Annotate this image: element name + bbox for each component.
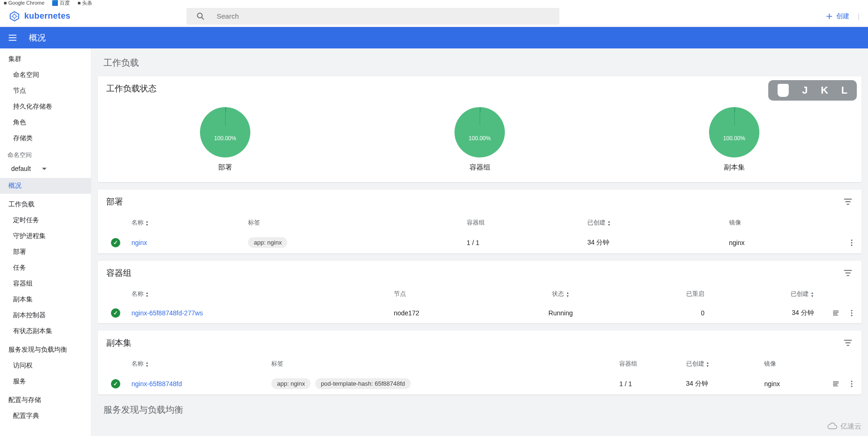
plus-icon [825, 12, 834, 20]
more-icon[interactable] [847, 380, 856, 388]
card-title: 副本集 [106, 337, 843, 348]
col-image[interactable]: 镜像 [723, 214, 834, 232]
nav-statefulsets[interactable]: 有状态副本集 [0, 323, 91, 339]
cell-image: nginx [758, 373, 820, 395]
namespace-select[interactable]: default [0, 162, 91, 178]
sort-icon: ▲▼ [566, 291, 569, 298]
col-name[interactable]: 名称▲▼ [126, 285, 388, 303]
nav-pods[interactable]: 容器组 [0, 276, 91, 292]
brand-text: kubernetes [24, 11, 70, 21]
filter-icon[interactable] [843, 197, 853, 207]
col-pods[interactable]: 容器组 [461, 214, 582, 232]
logs-icon[interactable] [832, 380, 840, 388]
divider: | [858, 13, 868, 20]
nav-header-namespace: 命名空间 [0, 146, 91, 162]
card-title: 工作负载状态 [106, 83, 853, 94]
menu-icon[interactable] [7, 33, 18, 43]
cell-restarts: 0 [617, 303, 710, 323]
create-button[interactable]: 创建 [817, 12, 858, 20]
overlay-key-j[interactable]: J [802, 84, 807, 96]
col-pods[interactable]: 容器组 [613, 355, 680, 373]
card-pods: 容器组 名称▲▼ 节点 状态▲▼ 已重启 已创建▲▼ nginx-65f8874… [98, 261, 861, 323]
main-content: 工作负载 工作负载状态 J K L 100.00% 部署 100.00% 容器组 [91, 48, 868, 436]
bookmark-item[interactable]: ■ Google Chrome [4, 0, 44, 6]
page-title-bar: 概况 [29, 32, 46, 43]
nav-replicasets[interactable]: 副本集 [0, 292, 91, 307]
col-name[interactable]: 名称▲▼ [126, 355, 266, 373]
sort-icon: ▲▼ [607, 220, 611, 226]
brand[interactable]: kubernetes [0, 11, 93, 21]
card-replicasets: 副本集 名称▲▼ 标签 容器组 已创建▲▼ 镜像 nginx-65f88748f… [98, 331, 861, 395]
nav-rc[interactable]: 副本控制器 [0, 307, 91, 323]
col-status[interactable]: 状态▲▼ [504, 285, 617, 303]
nav-ingress[interactable]: 访问权 [0, 358, 91, 374]
nav-storageclass[interactable]: 存储类 [0, 130, 91, 146]
label-chip[interactable]: pod-template-hash: 65f88748fd [315, 378, 411, 389]
nav-cronjobs[interactable]: 定时任务 [0, 212, 91, 228]
col-restarts[interactable]: 已重启 [617, 285, 710, 303]
filter-icon[interactable] [843, 268, 853, 278]
svg-point-37 [851, 383, 853, 384]
search-input[interactable] [217, 12, 550, 20]
nav-header-workloads[interactable]: 工作负载 [0, 194, 91, 212]
col-node[interactable]: 节点 [388, 285, 504, 303]
col-created[interactable]: 已创建▲▼ [710, 285, 820, 303]
col-name[interactable]: 名称▲▼ [126, 214, 242, 232]
svg-line-7 [202, 17, 204, 19]
search-icon [196, 11, 206, 21]
table-row: nginx app: nginx 1 / 1 34 分钟 nginx [98, 232, 861, 253]
col-image[interactable]: 镜像 [758, 355, 820, 373]
nav-jobs[interactable]: 任务 [0, 260, 91, 276]
recorder-overlay[interactable]: J K L [768, 80, 857, 101]
chevron-down-icon [42, 168, 47, 170]
label-chip[interactable]: app: nginx [248, 237, 287, 248]
nav-pv[interactable]: 持久化存储卷 [0, 99, 91, 115]
more-icon[interactable] [847, 238, 856, 247]
svg-point-27 [851, 313, 853, 314]
col-labels[interactable]: 标签 [242, 214, 461, 232]
cell-status: Running [504, 303, 617, 323]
deployment-link[interactable]: nginx [131, 239, 147, 246]
col-labels[interactable]: 标签 [266, 355, 613, 373]
col-created[interactable]: 已创建▲▼ [681, 355, 759, 373]
cloud-icon [827, 421, 838, 431]
sort-icon: ▲▼ [706, 361, 710, 368]
nav-nodes[interactable]: 节点 [0, 83, 91, 99]
overlay-key-k[interactable]: K [821, 84, 828, 96]
nav-namespaces[interactable]: 命名空间 [0, 67, 91, 83]
pod-link[interactable]: nginx-65f88748fd-277ws [131, 309, 203, 317]
card-title: 部署 [106, 196, 843, 207]
nav-configmaps[interactable]: 配置字典 [0, 408, 91, 424]
nav-header-cluster[interactable]: 集群 [0, 48, 91, 67]
cell-image: nginx [723, 232, 834, 253]
replicaset-link[interactable]: nginx-65f88748fd [131, 380, 182, 388]
cell-created: 34 分钟 [710, 303, 820, 323]
label-chip[interactable]: app: nginx [271, 378, 310, 389]
nav-header-config[interactable]: 配置与存储 [0, 389, 91, 408]
cell-pods: 1 / 1 [613, 373, 680, 395]
overlay-key-l[interactable]: L [841, 84, 847, 96]
chart-replicasets: 100.00% 副本集 [709, 107, 759, 172]
nav-header-services[interactable]: 服务发现与负载均衡 [0, 339, 91, 358]
bookmark-item[interactable]: 🟦 百度 [52, 0, 70, 7]
watermark: 亿速云 [827, 421, 861, 431]
nav-daemonsets[interactable]: 守护进程集 [0, 228, 91, 244]
section-title: 服务发现与负载均衡 [98, 402, 861, 423]
logs-icon[interactable] [832, 309, 840, 317]
nav-overview[interactable]: 概况 [0, 178, 91, 194]
search-box[interactable] [186, 8, 559, 25]
nav-roles[interactable]: 角色 [0, 115, 91, 130]
nav-deployments[interactable]: 部署 [0, 244, 91, 260]
bookmark-item[interactable]: ■ 头条 [77, 0, 92, 7]
sort-icon: ▲▼ [811, 291, 814, 298]
nav-services[interactable]: 服务 [0, 374, 91, 389]
page-title: 工作负载 [98, 53, 861, 76]
sort-icon: ▲▼ [145, 220, 149, 226]
svg-point-1 [13, 14, 16, 18]
col-created[interactable]: 已创建▲▼ [582, 214, 723, 232]
more-icon[interactable] [847, 309, 856, 317]
svg-point-28 [851, 315, 853, 316]
card-workload-status: 工作负载状态 J K L 100.00% 部署 100.00% 容器组 100.… [98, 76, 861, 182]
filter-icon[interactable] [843, 338, 853, 348]
svg-point-36 [851, 381, 853, 382]
